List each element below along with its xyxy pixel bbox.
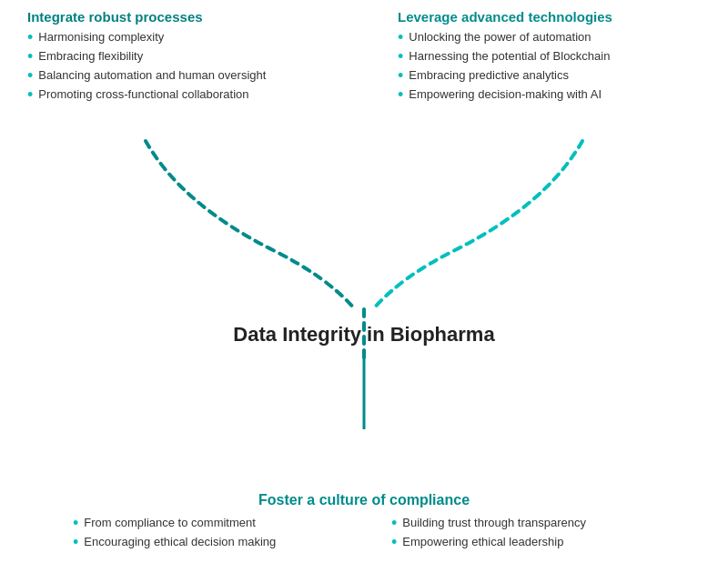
bullet-dot: • (391, 515, 397, 531)
bullet-dot: • (73, 515, 78, 531)
center-title: Data Integrity in Biopharma (233, 323, 494, 347)
bottom-columns: •From compliance to commitment•Encouragi… (27, 516, 701, 554)
bullet-dot: • (27, 86, 33, 103)
list-item: •Unlocking the power of automation (398, 30, 701, 45)
top-section: Integrate robust processes •Harmonising … (0, 0, 728, 106)
list-item: •Building trust through transparency (391, 516, 655, 531)
bullet-dot: • (27, 29, 33, 45)
list-item: •Balancing automation and human oversigh… (27, 68, 330, 84)
bullet-dot: • (73, 534, 78, 550)
bullet-dot: • (398, 67, 403, 84)
bullet-dot: • (398, 29, 403, 45)
bullet-dot: • (391, 534, 397, 550)
list-item: •Harmonising complexity (27, 30, 330, 45)
bottom-right-col: •Building trust through transparency•Emp… (391, 516, 655, 554)
bullet-dot: • (398, 86, 403, 103)
top-right-title: Leverage advanced technologies (398, 9, 701, 25)
bullet-dot: • (27, 67, 33, 84)
bullet-dot: • (27, 48, 33, 65)
list-item: •From compliance to commitment (73, 516, 337, 531)
top-right-panel: Leverage advanced technologies •Unlockin… (398, 9, 701, 106)
list-item: •Embracing predictive analytics (398, 68, 701, 84)
top-left-panel: Integrate robust processes •Harmonising … (27, 9, 330, 106)
bottom-left-col: •From compliance to commitment•Encouragi… (73, 516, 337, 554)
list-item: •Harnessing the potential of Blockchain (398, 49, 701, 65)
bullet-dot: • (398, 48, 403, 65)
list-item: •Empowering ethical leadership (391, 535, 655, 550)
bottom-section: Foster a culture of compliance •From com… (0, 492, 728, 554)
bottom-title: Foster a culture of compliance (27, 492, 701, 508)
list-item: •Empowering decision-making with AI (398, 87, 701, 103)
top-right-list: •Unlocking the power of automation•Harne… (398, 30, 701, 103)
list-item: •Promoting cross-functional collaboratio… (27, 87, 330, 103)
bottom-right-list: •Building trust through transparency•Emp… (391, 516, 655, 550)
list-item: •Embracing flexibility (27, 49, 330, 65)
top-left-title: Integrate robust processes (27, 9, 330, 25)
bottom-left-list: •From compliance to commitment•Encouragi… (73, 516, 337, 550)
vertical-line (363, 357, 366, 429)
top-left-list: •Harmonising complexity•Embracing flexib… (27, 30, 330, 103)
list-item: •Encouraging ethical decision making (73, 535, 337, 550)
